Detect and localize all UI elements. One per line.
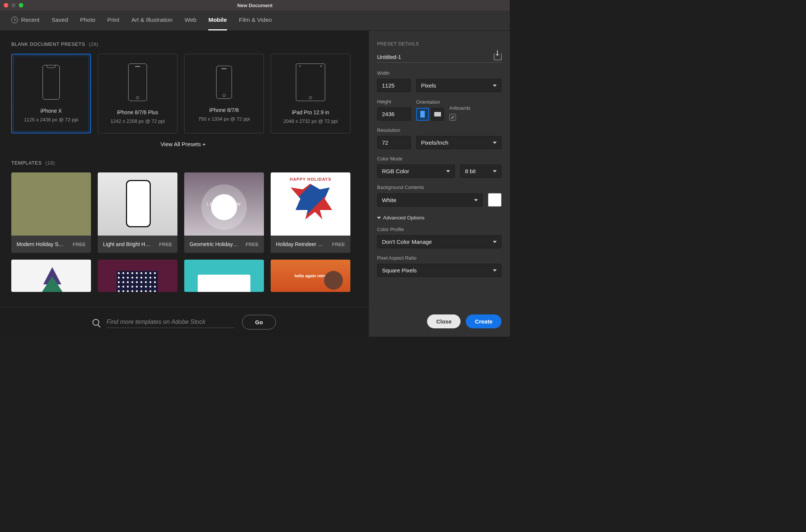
preset-details-panel: PRESET DETAILS Untitled-1 Width . Pixels… <box>368 31 510 337</box>
view-all-presets[interactable]: View All Presets + <box>11 141 355 147</box>
chevron-down-icon <box>493 241 497 243</box>
document-name-input[interactable]: Untitled-1 <box>377 54 401 60</box>
preset-ipad-pro[interactable]: iPad Pro 12.9 in 2048 x 2732 px @ 72 ppi <box>271 54 350 133</box>
template-3[interactable]: HAPPY HOLIDAYS Holiday Reindeer So…FREE <box>271 172 350 253</box>
template-thumbnail: hello again retro <box>271 260 350 292</box>
go-button[interactable]: Go <box>242 315 276 329</box>
device-outline-icon <box>128 63 147 101</box>
resolution-input[interactable] <box>377 136 411 149</box>
artboards-checkbox[interactable]: ✓ <box>449 114 456 121</box>
stock-search-bar: Go <box>0 307 368 337</box>
orientation-portrait[interactable] <box>416 108 429 121</box>
create-button[interactable]: Create <box>466 314 501 328</box>
bg-label: Background Contents <box>377 184 501 190</box>
pixel-aspect-ratio-label: Pixel Aspect Ratio <box>377 255 501 261</box>
template-thumbnail <box>98 260 177 292</box>
orientation-landscape[interactable] <box>431 108 444 121</box>
height-label: Height <box>377 99 411 104</box>
width-label: Width <box>377 70 411 76</box>
template-1[interactable]: Light and Bright Holi…FREE <box>98 172 177 253</box>
close-button[interactable]: Close <box>427 314 461 328</box>
panel-title: PRESET DETAILS <box>377 41 501 47</box>
tab-recent-label: Recent <box>21 17 39 23</box>
search-icon <box>92 319 99 326</box>
preset-iphone-x[interactable]: iPhone X 1125 x 2436 px @ 72 ppi <box>11 54 91 133</box>
width-unit-select[interactable]: Pixels <box>416 79 501 92</box>
resolution-unit-select[interactable]: Pixels/Inch <box>416 136 501 149</box>
tab-art[interactable]: Art & Illustration <box>131 11 172 30</box>
chevron-down-icon <box>493 170 497 172</box>
template-thumbnail <box>98 172 177 236</box>
chevron-down-icon <box>493 269 497 272</box>
chevron-down-icon <box>474 199 478 201</box>
colormode-label: Color Mode <box>377 156 501 162</box>
titlebar: New Document <box>0 0 510 11</box>
templates-heading: TEMPLATES (18) <box>11 160 355 166</box>
chevron-down-icon <box>377 217 381 219</box>
template-5[interactable] <box>98 260 177 292</box>
template-thumbnail <box>11 260 91 292</box>
presets-heading: BLANK DOCUMENT PRESETS (28) <box>11 41 355 47</box>
template-2[interactable]: LET IT SNOW Geometric Holiday S…FREE <box>184 172 264 253</box>
preset-iphone-8-plus[interactable]: iPhone 8/7/6 Plus 1242 x 2208 px @ 72 pp… <box>98 54 177 133</box>
template-thumbnail: Happy Holidays <box>184 260 264 292</box>
chevron-down-icon <box>493 85 497 87</box>
colordepth-select[interactable]: 8 bit <box>460 165 501 178</box>
preset-iphone-8[interactable]: iPhone 8/7/6 750 x 1334 px @ 72 ppi <box>184 54 264 133</box>
template-thumbnail <box>11 172 91 236</box>
width-input[interactable] <box>377 79 411 92</box>
template-4[interactable] <box>11 260 91 292</box>
device-outline-icon <box>216 66 232 99</box>
advanced-options-toggle[interactable]: Advanced Options <box>377 215 501 221</box>
template-thumbnail: LET IT SNOW <box>184 172 264 236</box>
colormode-select[interactable]: RGB Color <box>377 165 455 178</box>
background-select[interactable]: White <box>377 193 483 207</box>
resolution-label: Resolution <box>377 127 411 133</box>
category-tabs: Recent Saved Photo Print Art & Illustrat… <box>0 11 510 31</box>
chevron-down-icon <box>446 170 450 172</box>
template-6[interactable]: Happy Holidays <box>184 260 264 292</box>
tab-film[interactable]: Film & Video <box>239 11 272 30</box>
tab-saved[interactable]: Saved <box>52 11 68 30</box>
template-thumbnail: HAPPY HOLIDAYS <box>271 172 350 236</box>
color-profile-select[interactable]: Don't Color Manage <box>377 235 501 248</box>
device-outline-icon <box>42 65 60 100</box>
tab-print[interactable]: Print <box>108 11 120 30</box>
main-area: BLANK DOCUMENT PRESETS (28) iPhone X 112… <box>0 31 368 337</box>
height-input[interactable] <box>377 107 411 121</box>
color-profile-label: Color Profile <box>377 227 501 232</box>
main-scroll[interactable]: BLANK DOCUMENT PRESETS (28) iPhone X 112… <box>11 41 357 307</box>
tab-mobile[interactable]: Mobile <box>208 11 227 30</box>
chevron-down-icon <box>493 142 497 144</box>
window-title: New Document <box>0 3 510 8</box>
tab-web[interactable]: Web <box>185 11 197 30</box>
tab-photo[interactable]: Photo <box>80 11 95 30</box>
template-0[interactable]: Modern Holiday Soci…FREE <box>11 172 91 253</box>
orientation-label: Orientation <box>416 99 444 105</box>
tab-recent[interactable]: Recent <box>11 11 39 30</box>
device-outline-icon <box>296 63 325 101</box>
template-7[interactable]: hello again retro <box>271 260 350 292</box>
clock-icon <box>11 17 18 23</box>
save-preset-icon[interactable] <box>494 53 501 60</box>
pixel-aspect-ratio-select[interactable]: Square Pixels <box>377 264 501 277</box>
stock-search-input[interactable] <box>107 316 235 328</box>
background-swatch[interactable] <box>488 193 501 207</box>
artboards-label: Artboards <box>449 105 470 111</box>
